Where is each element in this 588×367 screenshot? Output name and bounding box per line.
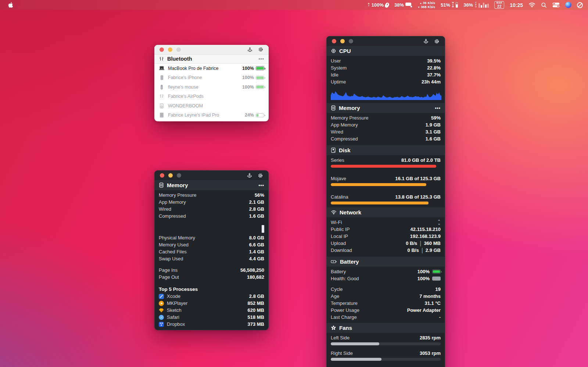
menubar-bluetooth-battery[interactable]: BT 100% (368, 2, 389, 8)
device-row-ipad[interactable]: Fabrice Leyne's iPad Pro 24% (154, 111, 269, 120)
stat-row: Physical Memory8.0 GB (155, 234, 268, 241)
stat-row: App Memory2.1 GB (155, 199, 268, 206)
mouse-device-icon (160, 85, 163, 90)
stat-row: Swap Used4.4 GB (155, 255, 268, 262)
stat-row: Local IP192.168.123.9 (327, 233, 445, 240)
disk-title: Disk (339, 147, 351, 153)
gear-icon[interactable] (434, 39, 440, 44)
interface-name: Wi-Fi (331, 220, 342, 225)
mkplayer-icon (159, 301, 164, 306)
device-battery-percent: 100% (242, 85, 254, 90)
minimize-button[interactable] (168, 173, 173, 178)
stat-row: Page Out180,682 (155, 274, 268, 281)
device-name: WONDERBOOM (168, 103, 203, 108)
stat-row: Cached Files1.4 GB (155, 248, 268, 255)
menubar-spotlight[interactable] (541, 2, 547, 8)
stats-window: CPU User39.5% System22.8% Idle37.7% Upti… (326, 36, 445, 367)
battery-icon (256, 76, 264, 80)
menubar-wifi[interactable] (528, 2, 535, 8)
device-name: Fabrice's iPhone (168, 75, 202, 80)
disk-usage-bar (331, 183, 441, 186)
laptop-icon (159, 66, 165, 71)
zoom-button[interactable] (349, 39, 353, 43)
menubar-clock[interactable]: 10:25 (510, 2, 523, 8)
device-name: MacBook Pro de Fabrice (168, 66, 219, 71)
bt-vertical-label: BT (368, 3, 370, 7)
menubar-network-speed[interactable]: ▲36 Kb/s ▼368 Kb/s (417, 1, 435, 9)
menubar-calendar[interactable]: MAR 22 (494, 1, 504, 9)
minimize-button[interactable] (340, 39, 345, 43)
gear-icon[interactable] (258, 173, 263, 178)
menubar-siri[interactable] (565, 2, 571, 8)
airpods-icon (159, 56, 164, 62)
disk-usage-bar (331, 165, 441, 168)
stat-row: System22.8% (327, 64, 445, 71)
device-name: Fabrice Leyne's iPad Pro (168, 113, 219, 118)
stat-row: Age7 months (327, 293, 445, 300)
fan-row: Right Side3053 rpm (327, 350, 445, 357)
mem-vertical-label: MEM (452, 2, 454, 8)
fans-title: Fans (339, 325, 352, 331)
bluetooth-header: Bluetooth ••• (154, 54, 269, 64)
calendar-day: 22 (497, 4, 502, 8)
stat-row: Wired3.1 GB (327, 128, 445, 135)
zoom-button[interactable] (176, 47, 181, 52)
upload-rate: 0 B/s (406, 240, 417, 246)
pin-anchor-icon[interactable] (247, 173, 252, 178)
process-row-safari: Safari518 MB (155, 314, 268, 321)
memory-window: Memory ••• Memory Pressure56% App Memory… (154, 170, 269, 330)
menubar-control-center[interactable] (552, 2, 560, 8)
more-menu-icon[interactable]: ••• (258, 183, 264, 188)
battery-percent: 100% (417, 269, 430, 274)
minimize-button[interactable] (168, 47, 172, 52)
interface-row[interactable]: Wi-Fi ⌃⌄ (327, 219, 445, 226)
device-row-speaker[interactable]: WONDERBOOM (154, 101, 269, 111)
speed-row: Download 0 B/s|2.9 GB (327, 247, 445, 254)
close-button[interactable] (159, 47, 164, 52)
menubar-memory[interactable]: 51% MEM (441, 2, 458, 8)
control-center-icon (552, 2, 560, 8)
stat-row: User39.5% (327, 57, 445, 64)
device-row-iphone[interactable]: Fabrice's iPhone 100% (154, 73, 269, 83)
xcode-icon (159, 294, 164, 299)
device-row-macbook[interactable]: MacBook Pro de Fabrice 100% (154, 64, 269, 73)
fan-row: Left Side2835 rpm (327, 334, 445, 341)
safari-icon (159, 315, 164, 320)
memory-section-header: Memory ••• (155, 180, 268, 190)
stat-row: Last Charge- (327, 314, 445, 321)
menubar-cpu[interactable]: 36% CPU (463, 2, 489, 8)
pin-anchor-icon[interactable] (423, 39, 429, 44)
cpu-history-chart (331, 88, 441, 100)
menu-bar: BT 100% 38% ▲36 Kb/s ▼368 Kb/s 51% MEM 3… (0, 0, 588, 10)
pin-anchor-icon[interactable] (247, 47, 252, 52)
stats-titlebar (327, 36, 445, 46)
download-speed: 368 Kb/s (421, 5, 435, 9)
device-row-mouse[interactable]: fleyne's mouse 100% (154, 82, 269, 92)
cpu-bars-icon (478, 2, 489, 8)
apple-menu[interactable] (8, 2, 13, 8)
separator: | (422, 247, 423, 254)
zoom-button[interactable] (177, 173, 181, 178)
interface-select-icon[interactable]: ⌃⌄ (438, 220, 441, 224)
calendar-icon: MAR 22 (494, 1, 504, 9)
volume-row: Catalina13.8 GB of 125.3 GB (327, 193, 445, 200)
close-button[interactable] (160, 173, 164, 178)
stat-row: Temperature31.1 °C (327, 300, 445, 307)
device-name: fleyne's mouse (168, 85, 198, 90)
bt-battery-percent: 100% (372, 2, 384, 8)
menubar-do-not-disturb[interactable] (577, 2, 583, 8)
health-percent: 100% (417, 276, 430, 281)
airpods-icon (159, 94, 164, 99)
device-row-airpods[interactable]: Fabrice's AirPods (154, 92, 269, 101)
stat-row: Page Ins56,508,250 (155, 267, 268, 274)
download-total: 2.9 GB (426, 247, 441, 253)
menubar-disk[interactable]: 38% (394, 2, 412, 8)
stat-row: Memory Pressure59% (327, 114, 445, 121)
memory-percent: 51% (441, 2, 450, 8)
apple-logo-icon (8, 2, 13, 8)
stat-row: Idle37.7% (327, 71, 445, 78)
more-menu-icon[interactable]: ••• (258, 56, 264, 61)
close-button[interactable] (332, 39, 336, 43)
more-menu-icon[interactable]: ••• (435, 106, 441, 111)
gear-icon[interactable] (258, 47, 263, 52)
